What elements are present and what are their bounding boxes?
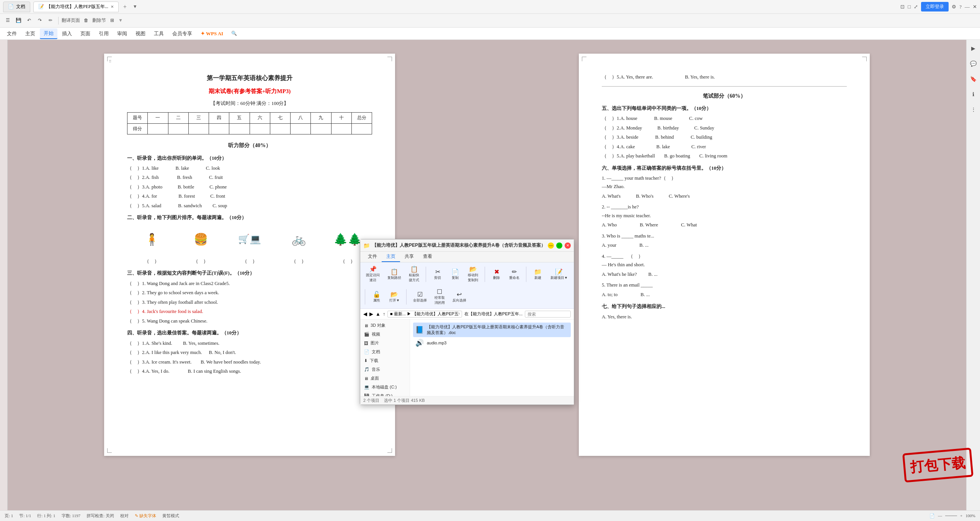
close-icon[interactable]: ✕ bbox=[973, 4, 977, 10]
delete-section-btn[interactable]: 删除节 bbox=[92, 17, 106, 24]
fe-nav-desktop[interactable]: 🖥 桌面 bbox=[360, 374, 410, 383]
menu-start[interactable]: 开始 bbox=[40, 28, 57, 39]
tab-add-btn[interactable]: + bbox=[122, 3, 128, 10]
menu-vip[interactable]: 会员专享 bbox=[168, 29, 196, 39]
fe-tab-home[interactable]: 主页 bbox=[382, 252, 400, 262]
fe-cut-btn[interactable]: ✂ 剪切 bbox=[430, 267, 445, 282]
view-mode-icon[interactable]: 📄 bbox=[929, 513, 935, 518]
menu-view[interactable]: 视图 bbox=[132, 29, 149, 39]
status-position: 行: 1 列: 1 bbox=[37, 513, 55, 519]
fe-copy-path-btn[interactable]: 📋 复制路径 bbox=[385, 267, 404, 282]
fe-tab-file[interactable]: 文件 bbox=[363, 252, 382, 262]
tab-active[interactable]: 📝 【能力培优】人教PEP版五年... ✕ bbox=[33, 2, 119, 12]
menu-review[interactable]: 审阅 bbox=[113, 29, 131, 39]
menu-insert[interactable]: 插入 bbox=[58, 29, 76, 39]
sidebar-info-icon[interactable]: ℹ bbox=[968, 89, 979, 100]
fe-nav-image[interactable]: 🖼 图片 bbox=[360, 339, 410, 347]
menu-file[interactable]: 文件 bbox=[3, 29, 21, 39]
login-button[interactable]: 立即登录 bbox=[921, 2, 949, 11]
fe-rename-btn[interactable]: ✏ 重命名 bbox=[506, 267, 522, 282]
menu-icon[interactable]: ☰ bbox=[3, 16, 12, 25]
tab-close-btn[interactable]: ✕ bbox=[111, 5, 114, 9]
left-page: ⠿ 第一学期五年英语核心素养提升 期末试卷(有参考答案+听力MP3) 【考试时间… bbox=[104, 54, 395, 456]
fe-nav-music[interactable]: 🎵 音乐 bbox=[360, 365, 410, 374]
fe-cut-icon: ✂ bbox=[435, 268, 440, 275]
help-icon[interactable]: ? bbox=[959, 4, 962, 10]
fe-c-label: 本地磁盘 (C:) bbox=[372, 384, 397, 390]
search-icon[interactable]: 🔍 bbox=[229, 29, 238, 38]
fe-download-icon: ⬇ bbox=[364, 358, 368, 363]
fe-new-folder-btn[interactable]: 📁 新建 bbox=[530, 267, 546, 282]
written-section-title: 笔试部分（60%） bbox=[602, 91, 847, 101]
section-3-title: 三、听录音，根据短文内容判断句子正(T)误(F)。（10分） bbox=[127, 269, 372, 277]
fe-nav-video[interactable]: 🎬 视频 bbox=[360, 330, 410, 339]
fe-file-mp3[interactable]: 🔊 audio.mp3 bbox=[413, 337, 571, 349]
s4q3: （ ）3.A. Ice cream. It's sweet. B. We hav… bbox=[127, 358, 372, 367]
restore-icon[interactable]: □ bbox=[908, 4, 911, 10]
doc-info: 【考试时间：60分钟 满分：100分】 bbox=[127, 99, 372, 108]
fe-properties-btn[interactable]: 🔓 属性 bbox=[369, 289, 384, 305]
status-warning: ✎ 缺失字体 bbox=[135, 513, 156, 519]
menu-reference[interactable]: 引用 bbox=[95, 29, 113, 39]
fe-move-btn[interactable]: 📂 移动到复制到 bbox=[465, 264, 481, 284]
fe-invert-btn[interactable]: ↩ 反向选择 bbox=[450, 289, 469, 305]
fe-maximize-btn[interactable]: □ bbox=[556, 242, 562, 249]
menu-page[interactable]: 页面 bbox=[77, 29, 94, 39]
fe-open-btn[interactable]: 📂 打开▼ bbox=[387, 289, 402, 305]
fe-address-input[interactable] bbox=[387, 311, 462, 318]
minimize-icon[interactable]: — bbox=[965, 4, 970, 10]
fe-close-btn[interactable]: ✕ bbox=[565, 242, 571, 249]
menu-wps-ai[interactable]: ✦ WPS AI bbox=[197, 29, 227, 38]
sidebar-expand-icon[interactable]: ▶ bbox=[968, 43, 979, 54]
s4q4: （ ）4.A. Yes, I do. B. I can sing English… bbox=[127, 367, 372, 376]
fe-tab-share[interactable]: 共享 bbox=[400, 252, 418, 262]
fe-image-icon: 🖼 bbox=[364, 341, 368, 346]
fe-select-all-btn[interactable]: ☑ 全部选择 bbox=[410, 289, 430, 305]
delete-page-icon[interactable]: 🗑 bbox=[82, 16, 91, 25]
fullscreen-icon[interactable]: ⤢ bbox=[914, 4, 918, 10]
tab-active-icon: 📝 bbox=[38, 4, 44, 10]
translate-btn[interactable]: 翻译页面 bbox=[62, 17, 80, 24]
title-bar: 📄 文档 📝 【能力培优】人教PEP版五年... ✕ + ▼ ⊡ □ ⤢ 立即登… bbox=[0, 0, 980, 14]
fe-new-item-btn[interactable]: 📝 新建项目▼ bbox=[548, 267, 570, 282]
fe-nav-download[interactable]: ⬇ 下载 bbox=[360, 356, 410, 365]
fe-pin-btn[interactable]: 📌 固定访问速访 bbox=[363, 264, 382, 284]
fe-nav-d[interactable]: 💾 工作盘 (D:) bbox=[360, 392, 410, 396]
settings-icon[interactable]: ⚙ bbox=[952, 4, 956, 10]
sidebar-bookmark-icon[interactable]: 🔖 bbox=[968, 74, 979, 84]
fe-tab-view[interactable]: 查看 bbox=[418, 252, 437, 262]
fe-deselect-btn[interactable]: ☐ 经常取消的用 bbox=[432, 287, 448, 307]
fe-back-btn[interactable]: ◀ bbox=[363, 311, 367, 317]
zoom-in-icon[interactable]: + bbox=[960, 513, 962, 518]
tab-nav-arrow[interactable]: ▼ bbox=[133, 4, 137, 10]
fe-nav-c[interactable]: 💻 本地磁盘 (C:) bbox=[360, 383, 410, 392]
menu-home[interactable]: 主页 bbox=[21, 29, 39, 39]
fe-selected-info: 选中 1 个项目 415 KB bbox=[384, 398, 425, 403]
fe-nav-docs[interactable]: 📄 文档 bbox=[360, 347, 410, 356]
fe-search-input[interactable] bbox=[525, 311, 571, 318]
toolbar-arrow[interactable]: ▼ bbox=[118, 18, 123, 23]
img-paren-row: （ ） （ ） （ ） （ ） （ ） bbox=[127, 257, 372, 265]
fe-copy-btn[interactable]: 📄 复制 bbox=[448, 267, 463, 282]
fe-file-doc[interactable]: 📘 【能力培优】人教PEP版五年级上册英语期末核心素养提升A卷（含听力音频及答案… bbox=[413, 323, 571, 337]
undo-icon[interactable]: ↶ bbox=[24, 16, 34, 25]
sidebar-more-icon[interactable]: ⋮ bbox=[968, 104, 979, 115]
save-icon[interactable]: 💾 bbox=[14, 16, 23, 25]
section-7-title: 七、给下列句子选择相应的... bbox=[602, 302, 847, 311]
sidebar-comment-icon[interactable]: 💬 bbox=[968, 58, 979, 69]
tab-document[interactable]: 📄 文档 bbox=[3, 2, 30, 12]
maximize-icon[interactable]: ⊡ bbox=[900, 4, 905, 10]
fe-up-btn[interactable]: ▲ bbox=[376, 311, 381, 317]
zoom-out-icon[interactable]: — bbox=[938, 513, 942, 518]
fe-paste-shortcut-btn[interactable]: 📋 粘贴快捷方式 bbox=[406, 264, 422, 284]
menu-tools[interactable]: 工具 bbox=[150, 29, 168, 39]
fe-nav-3d[interactable]: 🖥 3D 对象 bbox=[360, 321, 410, 330]
redo-icon[interactable]: ↷ bbox=[35, 16, 44, 25]
fe-minimize-btn[interactable]: — bbox=[548, 242, 554, 249]
grid-icon[interactable]: ⊞ bbox=[108, 16, 117, 25]
zoom-slider[interactable]: ──── bbox=[945, 513, 957, 518]
fe-forward-btn[interactable]: ▶ bbox=[369, 311, 373, 317]
fe-paste-icon: 📋 bbox=[410, 265, 418, 273]
format-icon[interactable]: ✏ bbox=[46, 16, 55, 25]
fe-delete-btn[interactable]: ✖ 删除 bbox=[489, 267, 504, 282]
